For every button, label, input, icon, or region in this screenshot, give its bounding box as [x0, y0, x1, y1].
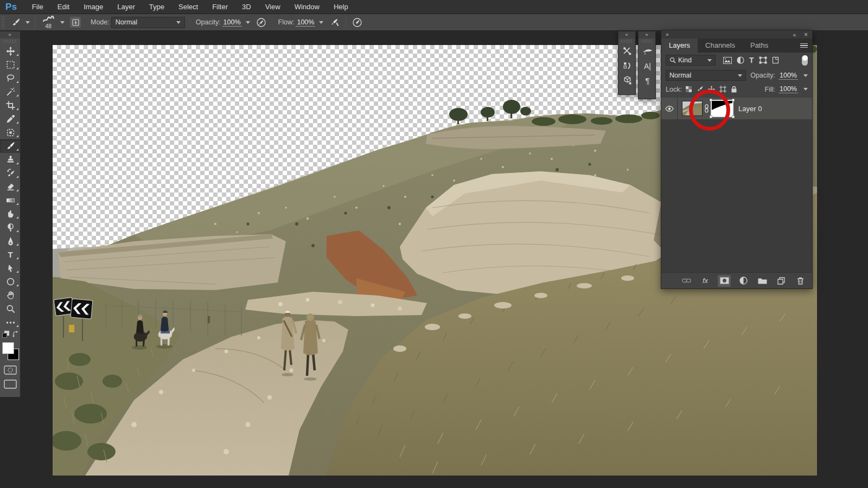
smart-object-filter-icon[interactable] [772, 56, 779, 64]
menu-layer[interactable]: Layer [110, 3, 142, 11]
add-layer-mask-icon[interactable] [718, 275, 731, 287]
menu-view[interactable]: View [258, 3, 288, 11]
chevron-down-icon[interactable] [319, 21, 323, 24]
tool-magic-wand[interactable] [0, 85, 21, 99]
chevron-down-icon[interactable] [803, 88, 808, 91]
adjustment-layer-icon[interactable] [737, 275, 750, 287]
pressure-opacity-icon[interactable] [256, 16, 267, 28]
tool-gradient[interactable] [0, 194, 21, 207]
character-panel-icon[interactable]: A| [639, 59, 656, 73]
mode-select[interactable]: Normal [111, 17, 185, 28]
menu-select[interactable]: Select [171, 3, 205, 11]
layer-row[interactable]: Layer 0 [661, 98, 812, 119]
airbrush-icon[interactable] [329, 16, 341, 28]
filter-toggle-pill[interactable] [802, 55, 808, 66]
pixel-layer-filter-icon[interactable] [723, 57, 732, 64]
menu-image[interactable]: Image [76, 3, 110, 11]
tool-smudge[interactable] [0, 207, 21, 221]
brush-panel-icon[interactable] [639, 44, 656, 59]
tool-brush[interactable] [0, 139, 21, 153]
menu-file[interactable]: File [25, 3, 50, 11]
tool-eraser[interactable] [0, 180, 21, 194]
left-cliff [58, 234, 286, 290]
tool-more-options[interactable] [0, 316, 21, 329]
dock-collapse-button[interactable]: « [793, 32, 796, 38]
menu-help[interactable]: Help [327, 3, 355, 11]
tool-rectangular-marquee[interactable] [0, 58, 21, 72]
tab-channels[interactable]: Channels [698, 38, 743, 53]
tool-path-selection[interactable] [0, 261, 21, 275]
new-group-icon[interactable] [756, 275, 769, 287]
close-icon[interactable]: × [804, 31, 808, 38]
history-icon[interactable] [618, 59, 636, 73]
opacity-label: Opacity: [750, 72, 775, 79]
panel-column-grip[interactable] [621, 40, 633, 43]
lock-artboard-icon[interactable] [719, 86, 726, 93]
toolbar-grip[interactable] [4, 40, 16, 43]
tool-clone-stamp[interactable] [0, 153, 21, 166]
panel-column-grip[interactable] [641, 40, 653, 43]
pressure-size-icon[interactable] [351, 16, 363, 28]
tool-preset-picker[interactable] [7, 16, 33, 28]
menu-filter[interactable]: Filter [205, 3, 235, 11]
mode-value: Normal [116, 18, 137, 26]
new-layer-icon[interactable] [775, 275, 788, 287]
menu-3d[interactable]: 3D [235, 3, 258, 11]
opacity-value[interactable]: 100% [222, 18, 242, 27]
tool-healing-brush[interactable] [0, 126, 21, 139]
chevron-down-icon[interactable] [246, 21, 250, 24]
tool-zoom[interactable] [0, 302, 21, 316]
dock-expand-button[interactable]: » [666, 31, 669, 37]
swap-colors-icon[interactable] [12, 331, 19, 338]
adjustment-layer-filter-icon[interactable] [737, 56, 744, 64]
wrench-icon[interactable] [618, 44, 636, 59]
type-layer-filter-icon[interactable]: T [749, 56, 754, 65]
tool-hand[interactable] [0, 288, 21, 302]
tool-ellipse-shape[interactable] [0, 275, 21, 288]
panel-column-collapse-button[interactable]: » [639, 31, 655, 38]
tool-eyedropper[interactable] [0, 112, 21, 126]
tool-type[interactable]: T [0, 248, 21, 261]
toolbar-collapse-button[interactable]: » [0, 31, 20, 38]
tool-dodge[interactable] [0, 221, 21, 234]
layer-style-icon[interactable]: fx [699, 275, 712, 287]
tool-pen[interactable] [0, 234, 21, 248]
panel-menu-icon[interactable] [796, 38, 812, 53]
tab-layers[interactable]: Layers [661, 38, 698, 53]
tool-history-brush[interactable] [0, 166, 21, 180]
layer-visibility-toggle[interactable] [661, 98, 678, 119]
menu-type[interactable]: Type [142, 3, 171, 11]
brush-size-value: 48 [45, 23, 52, 29]
paragraph-panel-icon[interactable]: ¶ [639, 73, 656, 88]
chevron-down-icon[interactable] [803, 74, 808, 77]
options-bar-grip[interactable] [1, 16, 5, 28]
chevron-down-icon [25, 21, 30, 24]
fill-label: Fill: [765, 86, 775, 93]
delete-layer-icon[interactable] [794, 275, 807, 287]
flow-value[interactable]: 100% [296, 18, 315, 27]
tool-lasso[interactable] [0, 72, 21, 85]
lock-all-icon[interactable] [731, 86, 737, 93]
blend-mode-select[interactable]: Normal [666, 70, 746, 81]
brush-preset-picker[interactable]: 48 [37, 16, 67, 29]
tool-crop[interactable] [0, 99, 21, 112]
link-layers-icon[interactable] [680, 275, 693, 287]
screen-mode-button[interactable] [0, 377, 21, 391]
quick-mask-button[interactable] [0, 363, 21, 377]
tool-move[interactable] [0, 44, 21, 58]
filter-kind-select[interactable]: Kind [666, 55, 716, 66]
layer-opacity-value[interactable]: 100% [778, 72, 798, 80]
layer-fill-value[interactable]: 100% [778, 85, 798, 93]
layer-name[interactable]: Layer 0 [738, 105, 762, 113]
default-colors-and-swap[interactable] [0, 329, 21, 341]
panel-column-collapse-button[interactable]: » [618, 31, 635, 38]
foreground-color-swatch[interactable] [2, 342, 14, 354]
toggle-brush-panel-icon[interactable] [70, 17, 81, 28]
shape-layer-filter-icon[interactable] [759, 56, 767, 64]
menu-window[interactable]: Window [288, 3, 327, 11]
menu-edit[interactable]: Edit [50, 3, 76, 11]
tab-paths[interactable]: Paths [743, 38, 776, 53]
3d-cube-icon[interactable] [618, 73, 636, 88]
red-circle-annotation [689, 89, 730, 131]
lock-transparent-icon[interactable] [685, 86, 692, 93]
